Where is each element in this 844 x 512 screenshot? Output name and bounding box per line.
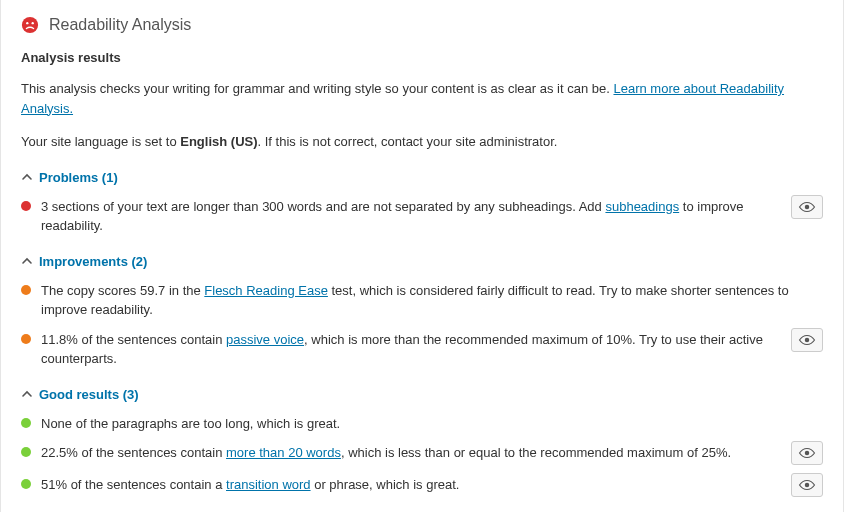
- svg-point-6: [805, 483, 810, 488]
- section-label-good: Good results (3): [39, 387, 139, 402]
- section-toggle-improvements[interactable]: Improvements (2): [21, 254, 823, 269]
- status-bullet-green: [21, 479, 31, 489]
- readability-panel: Readability Analysis Analysis results Th…: [0, 0, 844, 512]
- section-label-improvements: Improvements (2): [39, 254, 147, 269]
- svg-point-2: [32, 22, 34, 24]
- highlight-button[interactable]: [791, 195, 823, 219]
- status-bullet-orange: [21, 285, 31, 295]
- eye-icon: [798, 479, 816, 491]
- subheadings-link[interactable]: subheadings: [605, 199, 679, 214]
- item-text: 22.5% of the sentences contain more than…: [41, 443, 781, 463]
- lang-value: English (US): [180, 134, 257, 149]
- eye-icon: [798, 334, 816, 346]
- status-bullet-orange: [21, 334, 31, 344]
- lang-before: Your site language is set to: [21, 134, 180, 149]
- svg-point-5: [805, 451, 810, 456]
- chevron-up-icon: [21, 388, 33, 400]
- flesch-link[interactable]: Flesch Reading Ease: [204, 283, 328, 298]
- status-bullet-red: [21, 201, 31, 211]
- list-item: 3 sections of your text are longer than …: [21, 197, 823, 236]
- panel-title: Readability Analysis: [49, 16, 191, 34]
- item-text: None of the paragraphs are too long, whi…: [41, 414, 823, 434]
- long-sentences-link[interactable]: more than 20 words: [226, 445, 341, 460]
- list-item: 51% of the sentences contain a transitio…: [21, 475, 823, 497]
- sad-face-icon: [21, 16, 39, 34]
- transition-word-link[interactable]: transition word: [226, 477, 311, 492]
- item-text: 3 sections of your text are longer than …: [41, 197, 781, 236]
- list-item: The copy scores 59.7 in the Flesch Readi…: [21, 281, 823, 320]
- intro-before: This analysis checks your writing for gr…: [21, 81, 613, 96]
- language-line: Your site language is set to English (US…: [21, 132, 823, 152]
- list-item: 22.5% of the sentences contain more than…: [21, 443, 823, 465]
- chevron-up-icon: [21, 171, 33, 183]
- highlight-button[interactable]: [791, 473, 823, 497]
- svg-point-4: [805, 337, 810, 342]
- svg-point-1: [26, 22, 28, 24]
- status-bullet-green: [21, 447, 31, 457]
- panel-header: Readability Analysis: [21, 16, 823, 34]
- lang-after: . If this is not correct, contact your s…: [258, 134, 558, 149]
- item-text: 51% of the sentences contain a transitio…: [41, 475, 781, 495]
- list-item: 11.8% of the sentences contain passive v…: [21, 330, 823, 369]
- status-bullet-green: [21, 418, 31, 428]
- item-text: 11.8% of the sentences contain passive v…: [41, 330, 781, 369]
- results-heading: Analysis results: [21, 50, 823, 65]
- item-text: The copy scores 59.7 in the Flesch Readi…: [41, 281, 823, 320]
- passive-voice-link[interactable]: passive voice: [226, 332, 304, 347]
- highlight-button[interactable]: [791, 328, 823, 352]
- section-toggle-good[interactable]: Good results (3): [21, 387, 823, 402]
- list-item: None of the paragraphs are too long, whi…: [21, 414, 823, 434]
- eye-icon: [798, 201, 816, 213]
- section-label-problems: Problems (1): [39, 170, 118, 185]
- chevron-up-icon: [21, 255, 33, 267]
- intro-text: This analysis checks your writing for gr…: [21, 79, 823, 118]
- svg-point-3: [805, 204, 810, 209]
- eye-icon: [798, 447, 816, 459]
- highlight-button[interactable]: [791, 441, 823, 465]
- section-toggle-problems[interactable]: Problems (1): [21, 170, 823, 185]
- svg-point-0: [22, 17, 38, 33]
